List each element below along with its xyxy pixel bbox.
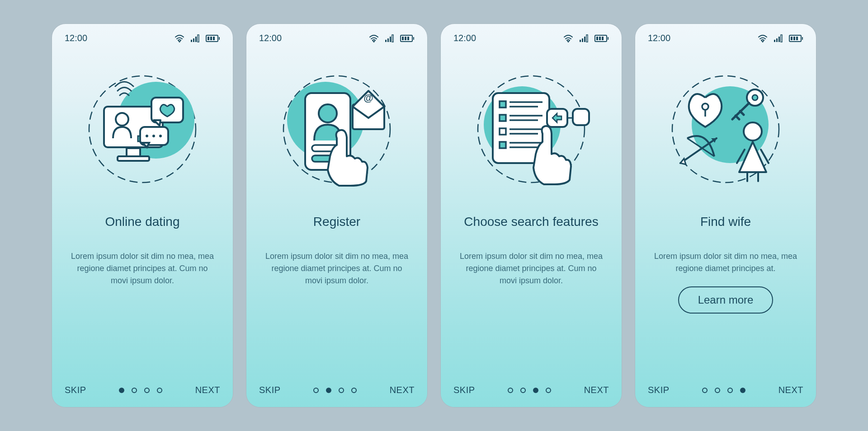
svg-rect-27 [402,37,404,40]
nav-bar: SKIP NEXT [648,385,803,395]
svg-rect-3 [198,35,199,42]
status-bar: 12:00 [648,33,803,43]
dot-3[interactable] [727,388,733,393]
svg-point-20 [159,135,162,137]
content: Register Lorem ipsum dolor sit dim no me… [259,206,415,385]
svg-rect-53 [500,115,506,121]
svg-rect-36 [353,104,384,129]
dot-4[interactable] [740,388,745,393]
wifi-icon [368,34,379,42]
svg-rect-13 [118,156,149,161]
onboarding-screen-3: 12:00 [441,24,622,407]
dot-4[interactable] [157,388,162,393]
status-icons [174,34,220,42]
next-button[interactable]: NEXT [584,385,609,395]
svg-rect-23 [390,37,391,42]
pagination-dots [702,388,745,393]
illustration-register: @ [259,57,415,201]
svg-rect-21 [385,40,387,42]
onboarding-screen-1: 12:00 [52,24,233,407]
svg-rect-64 [573,109,589,125]
screen-body: Lorem ipsum dolor sit dim no mea, mea re… [653,250,798,275]
dot-2[interactable] [132,388,137,393]
skip-button[interactable]: SKIP [65,385,86,395]
dot-1[interactable] [702,388,708,393]
svg-rect-72 [793,37,795,40]
pagination-dots [508,388,551,393]
svg-rect-59 [500,142,506,148]
dot-4[interactable] [351,388,357,393]
dot-1[interactable] [119,388,124,393]
screen-body: Lorem ipsum dolor sit dim no mea, mea re… [459,250,604,287]
svg-rect-38 [580,40,581,42]
nav-bar: SKIP NEXT [453,385,609,395]
status-time: 12:00 [259,33,282,43]
dot-2[interactable] [520,388,526,393]
status-time: 12:00 [65,33,87,43]
svg-rect-24 [392,35,393,42]
status-bar: 12:00 [259,33,415,43]
dot-1[interactable] [508,388,513,393]
dot-3[interactable] [144,388,150,393]
battery-icon [789,34,803,42]
svg-point-19 [152,135,155,137]
svg-rect-39 [582,38,583,42]
svg-rect-71 [791,37,793,40]
wifi-icon [174,34,185,42]
status-bar: 12:00 [453,33,609,43]
skip-button[interactable]: SKIP [648,385,670,395]
svg-rect-46 [602,37,604,40]
svg-rect-29 [407,37,409,40]
svg-rect-26 [413,37,414,40]
svg-rect-1 [193,38,194,42]
status-icons [368,34,415,42]
svg-rect-5 [219,37,220,40]
screen-title: Register [313,206,360,238]
svg-rect-6 [208,37,209,40]
onboarding-screen-4: 12:00 [635,24,816,407]
svg-rect-0 [191,40,192,42]
skip-button[interactable]: SKIP [453,385,475,395]
next-button[interactable]: NEXT [195,385,220,395]
illustration-online-dating [65,57,220,201]
signal-icon [190,34,200,42]
svg-point-18 [146,135,148,137]
learn-more-button[interactable]: Learn more [678,286,774,314]
signal-icon [579,34,589,42]
dot-2[interactable] [326,388,331,393]
illustration-search-features [453,57,609,201]
pagination-dots [313,388,357,393]
screen-title: Find wife [700,206,751,238]
screen-title: Choose search features [464,206,598,238]
wifi-icon [757,34,768,42]
svg-rect-28 [405,37,406,40]
svg-text:@: @ [363,92,373,103]
nav-bar: SKIP NEXT [65,385,220,395]
svg-rect-41 [586,35,588,42]
screen-body: Lorem ipsum dolor sit dim no mea, mea re… [70,250,215,287]
battery-icon [206,34,220,42]
svg-rect-7 [210,37,212,40]
svg-rect-45 [599,37,601,40]
illustration-find-wife [648,57,803,201]
dot-3[interactable] [533,388,538,393]
content: Choose search features Lorem ipsum dolor… [453,206,609,385]
next-button[interactable]: NEXT [778,385,803,395]
svg-rect-12 [127,148,140,156]
svg-rect-68 [781,35,782,42]
battery-icon [400,34,415,42]
next-button[interactable]: NEXT [390,385,415,395]
pagination-dots [119,388,162,393]
svg-rect-66 [776,38,778,42]
dot-1[interactable] [313,388,319,393]
status-icons [563,34,609,42]
svg-rect-65 [774,40,775,42]
status-time: 12:00 [453,33,476,43]
dot-2[interactable] [715,388,720,393]
svg-rect-67 [778,37,780,42]
skip-button[interactable]: SKIP [259,385,281,395]
onboarding-screen-2: 12:00 @ Register Lo [246,24,427,407]
dot-4[interactable] [546,388,551,393]
dot-3[interactable] [339,388,344,393]
svg-rect-8 [213,37,215,40]
